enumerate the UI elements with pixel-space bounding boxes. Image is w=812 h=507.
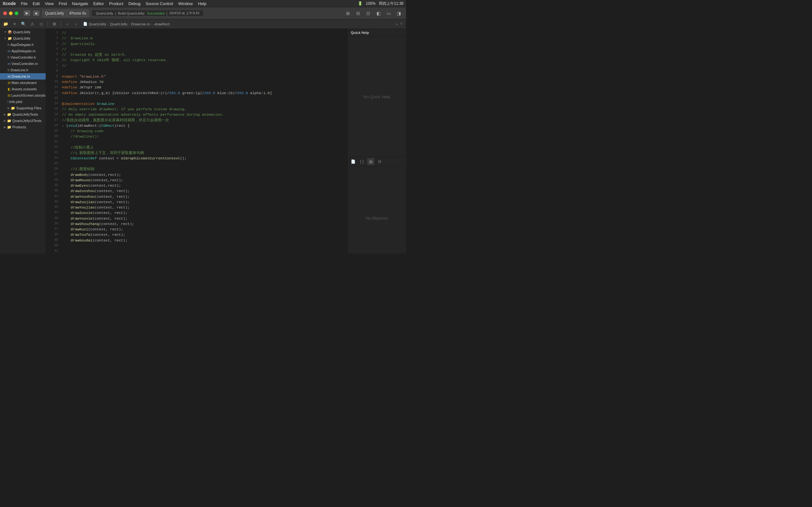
sidebar-item-supporting-files[interactable]: 📁 Supporting Files	[0, 105, 46, 111]
menu-file[interactable]: File	[21, 1, 28, 6]
view-inspector-icon[interactable]: ◨	[395, 9, 403, 17]
menu-edit[interactable]: Edit	[33, 1, 40, 6]
toolbar-separator-2	[61, 21, 61, 27]
code-line: 31 drawYoushou(context, rect);	[46, 194, 347, 199]
drawline-h-label: DrawLine.h	[10, 68, 28, 72]
back-button[interactable]: ‹	[63, 20, 71, 28]
list-icon[interactable]: ≡	[11, 20, 18, 28]
titlebar-right: ⊞ ⊟ ⊡ ◧ ▭ ◨	[344, 9, 403, 17]
breadcrumb-symbol[interactable]: -drawRect:	[154, 22, 170, 26]
warning-icon[interactable]: ⚠	[29, 20, 36, 28]
menu-find[interactable]: Find	[59, 1, 67, 6]
build-time: 16/4/10 at 上午9:42	[169, 11, 199, 15]
code-line: 40	[46, 243, 347, 248]
group-label: QuartzJelly	[13, 37, 31, 40]
breadcrumb-group[interactable]: QuartzJelly	[110, 22, 128, 26]
appdelegate-m-label: AppDelegate.m	[11, 49, 36, 53]
appdelegate-h-label: AppDelegate.h	[10, 43, 34, 47]
menubar: Xcode File Edit View Find Navigate Edito…	[0, 0, 406, 7]
search-icon[interactable]: 🔍	[20, 20, 27, 28]
menu-window[interactable]: Window	[178, 1, 193, 6]
sidebar-item-appdelegate-m[interactable]: m AppDelegate.m	[0, 48, 46, 54]
sidebar-item-ui-tests[interactable]: 📁 QuartzJellyUITests	[0, 118, 46, 124]
tests-chevron-icon	[4, 113, 6, 116]
menubar-right: 🔋 100% 周四上午11:38	[358, 1, 403, 6]
sidebar-item-drawline-h[interactable]: h DrawLine.h	[0, 67, 46, 73]
sidebar-item-assets[interactable]: ◧ Assets.xcassets	[0, 86, 46, 92]
editor-version-icon[interactable]: ⊡	[364, 9, 372, 17]
battery-icon: 🔋	[358, 1, 362, 6]
forward-button[interactable]: ›	[72, 20, 80, 28]
menu-editor[interactable]: Editor	[93, 1, 104, 6]
add-file-icon[interactable]: +	[396, 22, 397, 26]
build-label: Build QuartzJelly:	[118, 11, 145, 15]
menu-view[interactable]: View	[45, 1, 54, 6]
file-inspector-tab[interactable]: 📄	[350, 158, 357, 165]
sidebar-item-main-storyboard[interactable]: ⊞ Main.storyboard	[0, 79, 46, 86]
code-line: 26 //2.图形绘制	[46, 166, 347, 172]
code-line: 5 // Created by 赵贵 on 16/4/5.	[46, 52, 347, 57]
run-icon: ▶	[26, 11, 28, 15]
build-result: Succeeded	[147, 11, 165, 15]
sidebar-item-products[interactable]: 📁 Products	[0, 124, 46, 130]
sidebar-group-quartzjelly[interactable]: 📁 QuartzJelly	[0, 35, 46, 42]
group-folder-icon: 📁	[8, 37, 12, 41]
code-line: 29 drawEyes(context,rect);	[46, 183, 347, 188]
code-line: 37 drawKuzi(context, rect);	[46, 227, 347, 232]
drawline-m-label: DrawLine.m	[11, 74, 30, 78]
stop-button[interactable]: ■	[33, 10, 40, 16]
editor-assistant-icon[interactable]: ⊟	[354, 9, 362, 17]
editor-standard-icon[interactable]: ⊞	[344, 9, 352, 17]
help-icon[interactable]: ?	[400, 22, 402, 26]
scheme-device[interactable]: iPhone 6s	[67, 10, 89, 16]
supporting-files-label: Supporting Files	[16, 106, 42, 110]
view-debug-icon[interactable]: ▭	[385, 9, 393, 17]
sidebar-item-appdelegate-h[interactable]: h AppDelegate.h	[0, 42, 46, 48]
supporting-folder-icon: 📁	[11, 106, 15, 110]
scheme-selector[interactable]: QuartzJelly iPhone 6s	[42, 9, 89, 17]
fullscreen-button[interactable]	[14, 11, 18, 15]
navigator-icon[interactable]: 📁	[2, 20, 9, 28]
sidebar-item-tests[interactable]: 📁 QuartzJellyTests	[0, 111, 46, 118]
menu-debug[interactable]: Debug	[129, 1, 141, 6]
root-label: QuartzJelly	[13, 30, 31, 34]
build-app: QuartzJelly	[96, 11, 113, 15]
code-line: 33 drawYoujiao(context, rect);	[46, 205, 347, 210]
view-navigator-icon[interactable]: ◧	[374, 9, 383, 17]
close-button[interactable]	[3, 11, 7, 15]
code-line: 39 drawKoudai(context, rect);	[46, 238, 347, 243]
code-line: 41	[46, 248, 347, 253]
breadcrumb-project[interactable]: QuartzJelly	[89, 22, 106, 26]
sidebar-item-infoplist[interactable]: i Info.plist	[0, 99, 46, 105]
attributes-inspector-tab[interactable]: ⊟	[376, 158, 383, 165]
code-line: 32 drawZuojiao(context, rect);	[46, 199, 347, 205]
minimize-button[interactable]	[9, 11, 13, 15]
identity-inspector-tab[interactable]: ◎	[367, 158, 374, 165]
sidebar-item-viewcontroller-m[interactable]: m ViewController.m	[0, 60, 46, 67]
app-logo[interactable]: Xcode	[3, 1, 16, 6]
code-line: 23 //1.获取图形上下文，等同于获取窗体句柄	[46, 150, 347, 156]
sidebar-item-drawline-m[interactable]: m DrawLine.m	[0, 73, 46, 79]
menu-product[interactable]: Product	[109, 1, 123, 6]
menu-help[interactable]: Help	[198, 1, 206, 6]
titlebar: ▶ ■ QuartzJelly iPhone 6s QuartzJelly | …	[0, 7, 406, 19]
main-storyboard-label: Main.storyboard	[11, 81, 37, 84]
breadcrumb-file[interactable]: DrawLine.m	[131, 22, 150, 26]
quick-help-tab[interactable]: { }	[358, 158, 365, 165]
scheme-app[interactable]: QuartzJelly	[43, 10, 67, 16]
breadcrumb-actions: + ?	[396, 22, 402, 26]
run-button[interactable]: ▶	[23, 10, 31, 16]
infoplist-label: Info.plist	[9, 100, 22, 104]
datetime: 周四上午11:38	[379, 1, 403, 6]
code-line: 2 // DrawLine.m	[46, 36, 347, 41]
columns-icon[interactable]: ⊞	[50, 20, 58, 28]
sidebar-root[interactable]: 📦 QuartzJelly	[0, 29, 46, 35]
code-editor[interactable]: 1 // 2 // DrawLine.m 3 // QuartzJelly 4 …	[46, 29, 347, 253]
menu-navigate[interactable]: Navigate	[72, 1, 88, 6]
sidebar-item-viewcontroller-h[interactable]: h ViewController.h	[0, 54, 46, 60]
menu-source-control[interactable]: Source Control	[146, 1, 173, 6]
bookmark-icon[interactable]: ◇	[38, 20, 45, 28]
code-line: 19 // Drawing code	[46, 128, 347, 134]
code-line: 10 #define JKRadius 70	[46, 79, 347, 84]
sidebar-item-launchscreen[interactable]: ⊞ LaunchScreen.storyboard	[0, 92, 46, 99]
